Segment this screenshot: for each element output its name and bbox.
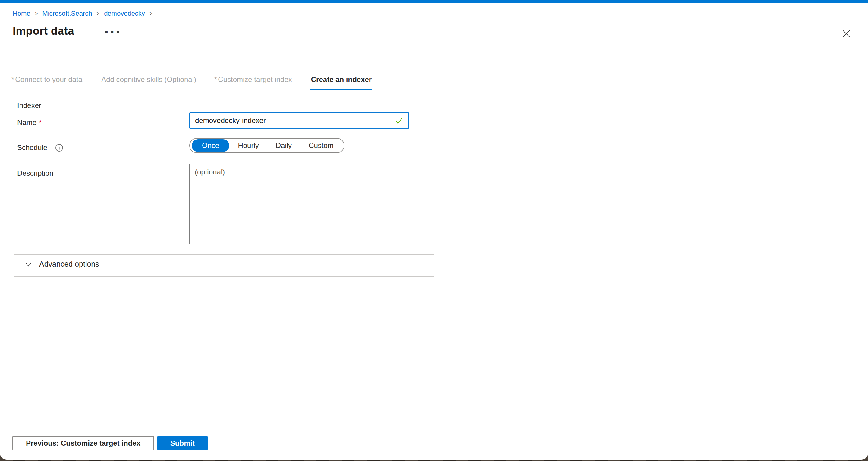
tab-add-cognitive-skills[interactable]: Add cognitive skills (Optional) [100,75,196,90]
indexer-name-input[interactable]: demovedecky-indexer [189,113,409,129]
chevron-right-icon: > [35,10,38,17]
required-asterisk: * [39,118,41,127]
submit-button[interactable]: Submit [157,436,208,450]
chevron-right-icon: > [150,10,152,17]
advanced-options-expander[interactable]: Advanced options [24,260,99,269]
schedule-option-custom[interactable]: Custom [300,139,342,152]
indexer-section-label: Indexer [17,101,41,110]
tab-label: Create an indexer [311,75,372,84]
tab-create-an-indexer[interactable]: Create an indexer [310,75,372,90]
schedule-option-once[interactable]: Once [192,139,229,152]
breadcrumb-home-link[interactable]: Home [13,10,30,18]
divider [14,276,434,277]
tab-label: Customize target index [218,75,292,84]
required-marker: * [214,75,217,84]
schedule-option-hourly[interactable]: Hourly [229,139,267,152]
name-field-label: Name* [17,118,41,127]
import-data-panel: Home > Microsoft.Search > demovedecky > … [0,0,868,460]
divider [14,254,434,255]
schedule-option-daily[interactable]: Daily [267,139,300,152]
tab-connect-to-your-data[interactable]: *Connect to your data [11,75,82,90]
chevron-down-icon [24,260,33,269]
more-options-icon[interactable]: • • • [105,29,121,35]
breadcrumb: Home > Microsoft.Search > demovedecky > [13,10,153,18]
required-marker: * [11,75,14,84]
schedule-field-label: Schedule [17,144,47,152]
portal-top-accent-bar [0,0,868,3]
schedule-toggle-group: Once Hourly Daily Custom [189,138,344,153]
info-circle-icon[interactable] [55,144,63,152]
indexer-name-value: demovedecky-indexer [195,116,395,125]
page-title: Import data [13,25,74,37]
previous-step-button[interactable]: Previous: Customize target index [12,436,154,450]
valid-checkmark-icon [395,116,404,125]
name-label-text: Name [17,118,36,127]
description-textarea[interactable] [189,164,409,244]
chevron-right-icon: > [97,10,99,17]
tab-label: Connect to your data [15,75,82,84]
tab-label: Add cognitive skills (Optional) [101,75,196,84]
advanced-options-label: Advanced options [39,260,99,269]
footer-divider [0,422,868,423]
wizard-tabs: *Connect to your data Add cognitive skil… [11,75,372,90]
close-icon[interactable] [841,29,851,38]
breadcrumb-microsoft-search-link[interactable]: Microsoft.Search [42,10,92,18]
tab-customize-target-index[interactable]: *Customize target index [214,75,292,90]
description-field-label: Description [17,169,53,178]
breadcrumb-demovedecky-link[interactable]: demovedecky [104,10,145,18]
